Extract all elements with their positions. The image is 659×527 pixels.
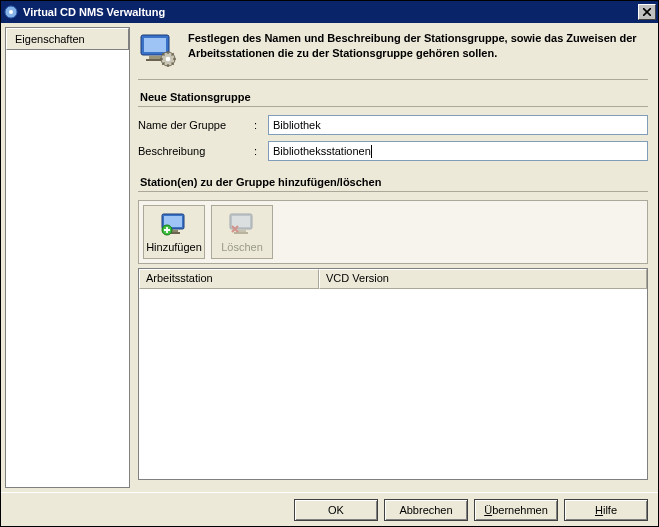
dialog-footer: OK Abbrechen Übernehmen Hilfe — [1, 492, 658, 526]
stations-toolbar: Hinzufügen — [138, 200, 648, 264]
row-description: Beschreibung : Bibliotheksstationen — [138, 141, 648, 161]
col-label: Arbeitsstation — [146, 272, 213, 284]
header-panel: Festlegen des Namen und Beschreibung der… — [138, 29, 648, 80]
window: Virtual CD NMS Verwaltung Eigenschaften — [0, 0, 659, 527]
svg-rect-22 — [232, 216, 250, 227]
sidebar-tab-properties[interactable]: Eigenschaften — [6, 28, 129, 50]
main-panel: Festlegen des Namen und Beschreibung der… — [130, 23, 658, 492]
cancel-button[interactable]: Abbrechen — [384, 499, 468, 521]
monitor-add-icon — [159, 212, 189, 238]
stations-title: Station(en) zu der Gruppe hinzufügen/lös… — [138, 173, 648, 192]
svg-point-1 — [9, 10, 13, 14]
monitor-gear-icon — [138, 31, 178, 69]
text-caret — [371, 145, 372, 158]
input-description-value: Bibliotheksstationen — [273, 145, 371, 157]
delete-station-label: Löschen — [221, 241, 263, 253]
col-label: VCD Version — [326, 272, 389, 284]
row-group-name: Name der Gruppe : — [138, 115, 648, 135]
client-area: Eigenschaften — [1, 23, 658, 526]
group-title: Neue Stationsgruppe — [138, 88, 648, 107]
delete-station-button[interactable]: Löschen — [211, 205, 273, 259]
table-body[interactable] — [139, 289, 647, 479]
svg-rect-3 — [144, 38, 166, 52]
app-icon — [3, 4, 19, 20]
button-label: OK — [328, 504, 344, 516]
window-title: Virtual CD NMS Verwaltung — [23, 6, 638, 18]
svg-rect-4 — [149, 56, 161, 59]
table-header-row: Arbeitsstation VCD Version — [139, 269, 647, 289]
sidebar: Eigenschaften — [5, 27, 130, 488]
titlebar: Virtual CD NMS Verwaltung — [1, 1, 658, 23]
input-group-name[interactable] — [268, 115, 648, 135]
svg-point-15 — [166, 57, 171, 62]
sidebar-tab-label: Eigenschaften — [15, 33, 85, 45]
input-description[interactable]: Bibliotheksstationen — [268, 141, 648, 161]
ok-button[interactable]: OK — [294, 499, 378, 521]
col-vcd-version[interactable]: VCD Version — [319, 269, 647, 289]
label-group-name: Name der Gruppe — [138, 119, 248, 131]
add-station-button[interactable]: Hinzufügen — [143, 205, 205, 259]
stations-table: Arbeitsstation VCD Version — [138, 268, 648, 480]
svg-rect-24 — [234, 232, 248, 234]
button-label: Abbrechen — [399, 504, 452, 516]
colon: : — [254, 119, 262, 131]
label-description: Beschreibung — [138, 145, 248, 157]
help-button[interactable]: Hilfe — [564, 499, 648, 521]
colon: : — [254, 145, 262, 157]
monitor-delete-icon — [227, 212, 257, 238]
button-label: Hilfe — [595, 504, 617, 516]
group-stations: Station(en) zu der Gruppe hinzufügen/lös… — [138, 173, 648, 480]
button-label: Übernehmen — [484, 504, 548, 516]
add-station-label: Hinzufügen — [146, 241, 202, 253]
close-button[interactable] — [638, 4, 656, 20]
col-arbeitsstation[interactable]: Arbeitsstation — [139, 269, 319, 289]
header-text: Festlegen des Namen und Beschreibung der… — [188, 31, 648, 61]
group-new-stationgroup: Neue Stationsgruppe Name der Gruppe : Be… — [138, 88, 648, 167]
apply-button[interactable]: Übernehmen — [474, 499, 558, 521]
